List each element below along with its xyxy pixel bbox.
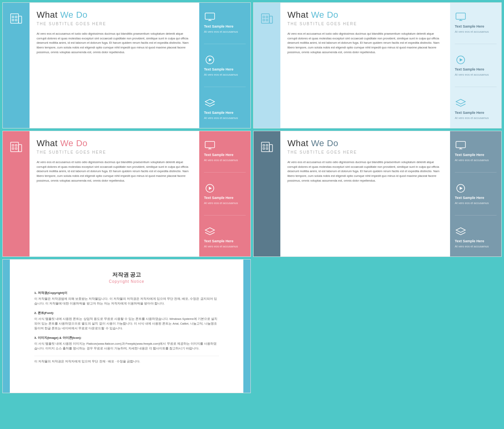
svg-rect-2 — [15, 16, 17, 18]
title-plain-4: What — [287, 138, 311, 148]
sidebar-item-1-2: Text Sample Here At vero eos et accusamu… — [204, 54, 246, 76]
svg-rect-17 — [269, 16, 272, 23]
building-icon-4 — [259, 138, 275, 154]
slide-title-1: What We Do — [37, 10, 191, 20]
svg-rect-29 — [19, 145, 22, 152]
slide-main-2: What We Do The subtitle goes here At ver… — [280, 3, 450, 128]
copyright-section-3: 3. 이미지(Image) & 아이콘(Icon): 이 서식 템플릿 내에 사… — [34, 336, 219, 351]
play-icon-3-2 — [204, 182, 216, 194]
slide-body-1: At vero eos et accusamus et iusto odio d… — [37, 32, 191, 54]
slide-title-4: What We Do — [287, 138, 442, 149]
svg-rect-36 — [261, 142, 269, 152]
svg-rect-25 — [12, 145, 14, 146]
sidebar-sub-3-2: At vero eos et accusamus — [204, 201, 238, 205]
slide-main-3: What We Do The subtitle goes here At ver… — [30, 131, 199, 256]
sidebar-sub-2-1: At vero eos et accusamus — [455, 30, 489, 33]
sidebar-title-4-2: Text Sample Here — [455, 196, 484, 200]
slide-subtitle-2: The subtitle goes here — [287, 22, 442, 26]
title-plain-3: What — [37, 138, 60, 148]
svg-marker-46 — [460, 187, 463, 190]
sidebar-item-3-2: Text Sample Here At vero eos et accusamu… — [204, 182, 246, 205]
sidebar-sub-2-3: At vero eos et accusamus — [455, 116, 489, 120]
sidebar-sub-1-1: At vero eos et accusamus — [204, 30, 238, 33]
right-sidebar-1: Text Sample Here At vero eos et accusamu… — [199, 3, 250, 128]
slide-main-1: What We Do The subtitle goes here At ver… — [30, 3, 199, 128]
svg-rect-16 — [266, 19, 268, 21]
bottom-right-placeholder — [253, 259, 502, 393]
main-grid: What We Do The subtitle goes here At ver… — [0, 0, 504, 396]
copyright-section-1: 1. 저작권(Copyright)이 이 저작물은 저작권법에 의해 보호받는 … — [34, 291, 219, 306]
sidebar-title-3-1: Text Sample Here — [204, 153, 233, 157]
slide-card-2: What We Do The subtitle goes here At ver… — [253, 2, 502, 128]
svg-marker-47 — [456, 228, 465, 232]
svg-rect-27 — [12, 148, 14, 149]
layers-icon-2-3 — [455, 97, 467, 109]
svg-rect-18 — [456, 13, 465, 19]
sidebar-item-1-1: Text Sample Here At vero eos et accusamu… — [204, 11, 246, 33]
svg-rect-13 — [263, 16, 265, 18]
divider-4-2 — [455, 215, 497, 215]
svg-rect-24 — [11, 142, 19, 152]
sidebar-sub-4-2: At vero eos et accusamus — [455, 201, 489, 205]
monitor-icon-4-1 — [455, 139, 467, 151]
monitor-icon-2-1 — [455, 11, 467, 23]
sidebar-title-3-2: Text Sample Here — [204, 196, 233, 200]
svg-rect-42 — [456, 141, 465, 148]
slide-title-3: What We Do — [37, 138, 191, 149]
sidebar-title-2-2: Text Sample Here — [455, 67, 484, 71]
layers-icon-3-3 — [204, 226, 216, 238]
slide-card-4: What We Do The subtitle goes here At ver… — [253, 131, 502, 257]
monitor-icon-3-1 — [204, 139, 216, 151]
sidebar-title-4-3: Text Sample Here — [455, 239, 484, 243]
sidebar-item-3-3: Text Sample Here At vero eos et accusamu… — [204, 226, 246, 248]
slide-card-3: What We Do The subtitle goes here At ver… — [2, 131, 251, 257]
building-icon-1 — [8, 10, 24, 26]
sidebar-sub-3-1: At vero eos et accusamus — [204, 158, 238, 162]
svg-rect-0 — [11, 14, 19, 23]
building-icon-2 — [259, 10, 275, 26]
svg-rect-15 — [263, 19, 265, 21]
title-plain-2: What — [287, 10, 311, 20]
divider-1-2 — [204, 87, 246, 87]
svg-rect-41 — [269, 145, 272, 152]
svg-marker-22 — [460, 58, 463, 61]
svg-rect-39 — [263, 148, 265, 149]
sidebar-item-2-3: Text Sample Here At vero eos et accusamu… — [455, 97, 497, 120]
sidebar-sub-2-2: At vero eos et accusamus — [455, 73, 489, 76]
slide-body-3: At vero eos et accusamus et iusto odio d… — [37, 160, 191, 183]
title-highlight-3: We Do — [60, 138, 87, 148]
sidebar-item-4-2: Text Sample Here At vero eos et accusamu… — [455, 182, 497, 205]
copyright-card-wrapper: 저작권 공고 Copyright Notice 1. 저작권(Copyright… — [2, 259, 251, 393]
sidebar-item-4-1: Text Sample Here At vero eos et accusamu… — [455, 139, 497, 162]
slide-subtitle-1: The subtitle goes here — [37, 22, 191, 26]
monitor-icon-1-1 — [204, 11, 216, 23]
play-icon-1-2 — [204, 54, 216, 66]
title-plain-1: What — [37, 10, 60, 20]
svg-rect-5 — [19, 16, 22, 23]
svg-rect-26 — [15, 145, 17, 146]
copyright-section-2-title: 2. 폰트(Font): — [34, 311, 219, 315]
right-sidebar-3: Text Sample Here At vero eos et accusamu… — [199, 131, 250, 256]
slide-title-2: What We Do — [287, 10, 442, 20]
right-sidebar-2: Text Sample Here At vero eos et accusamu… — [450, 3, 501, 128]
slide-main-4: What We Do The subtitle goes here At ver… — [280, 131, 450, 256]
title-highlight-2: We Do — [311, 10, 338, 20]
sidebar-title-2-3: Text Sample Here — [455, 111, 484, 115]
slide-body-4: At vero eos et accusamus et iusto odio d… — [287, 160, 442, 183]
divider-3-1 — [204, 172, 246, 173]
copyright-section-3-title: 3. 이미지(Image) & 아이콘(Icon): — [34, 336, 219, 340]
play-icon-2-2 — [455, 54, 467, 66]
sidebar-sub-4-1: At vero eos et accusamus — [455, 158, 489, 162]
left-accent-1 — [3, 3, 30, 128]
svg-marker-35 — [205, 228, 215, 232]
sidebar-title-1-2: Text Sample Here — [204, 67, 233, 71]
slide-body-2: At vero eos et accusamus et iusto odio d… — [287, 32, 442, 54]
svg-rect-12 — [261, 14, 269, 23]
copyright-section-3-text: 이 서식 템플릿 내에 사용된 이미지는 Flaticon(www.flatic… — [34, 342, 219, 351]
sidebar-title-3-3: Text Sample Here — [204, 239, 233, 243]
svg-rect-6 — [205, 13, 215, 19]
sidebar-item-1-3: Text Sample Here At vero eos et accusamu… — [204, 97, 246, 120]
layers-icon-4-3 — [455, 226, 467, 238]
svg-rect-37 — [263, 145, 265, 146]
copyright-card: 저작권 공고 Copyright Notice 1. 저작권(Copyright… — [2, 259, 251, 393]
